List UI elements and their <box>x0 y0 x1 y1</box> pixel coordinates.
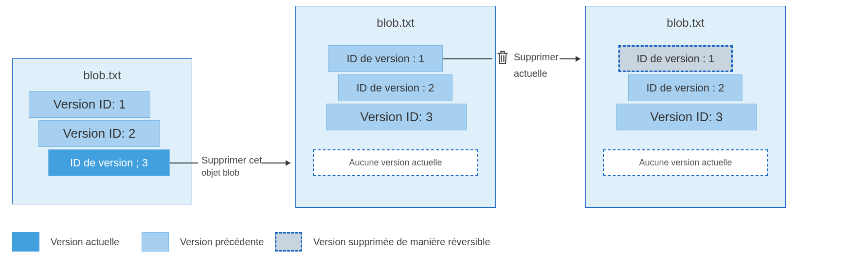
blob-title-right: blob.txt <box>586 16 785 30</box>
version-card-right-2: ID de version : 2 <box>628 74 742 101</box>
version-card-left-3-current: ID de version ; 3 <box>48 149 170 176</box>
version-card-mid-2: ID de version : 2 <box>338 74 452 101</box>
trash-icon <box>495 49 510 68</box>
version-card-left-1: Version ID: 1 <box>29 91 150 118</box>
no-current-right: Aucune version actuelle <box>603 149 768 176</box>
action-label-delete-blob-line2: objet blob <box>201 168 239 178</box>
diagram-canvas: blob.txt Version ID: 1 Version ID: 2 ID … <box>0 0 868 271</box>
blob-title-mid: blob.txt <box>296 16 495 30</box>
action-label-delete-blob-line1: Supprimer cet <box>201 155 262 166</box>
svg-marker-5 <box>576 56 580 62</box>
legend-swatch-previous <box>142 232 169 252</box>
svg-marker-2 <box>286 160 290 166</box>
legend-swatch-current <box>12 232 39 252</box>
version-card-right-1-softdeleted: ID de version : 1 <box>618 45 733 72</box>
version-card-mid-3: Version ID: 3 <box>326 104 467 130</box>
version-card-right-3: Version ID: 3 <box>616 104 757 130</box>
no-current-mid: Aucune version actuelle <box>313 149 478 176</box>
legend-swatch-soft-deleted <box>275 232 302 252</box>
version-card-mid-1: ID de version : 1 <box>328 45 443 72</box>
version-card-left-2: Version ID: 2 <box>38 120 160 147</box>
action-label-delete-current-line2: actuelle <box>514 68 547 79</box>
blob-title-left: blob.txt <box>13 69 192 82</box>
legend-label-current: Version actuelle <box>51 236 119 248</box>
action-label-delete-current-line1: Supprimer <box>514 52 559 63</box>
legend-label-previous: Version précédente <box>180 236 264 248</box>
legend-label-soft-deleted: Version supprimée de manière réversible <box>313 236 490 248</box>
